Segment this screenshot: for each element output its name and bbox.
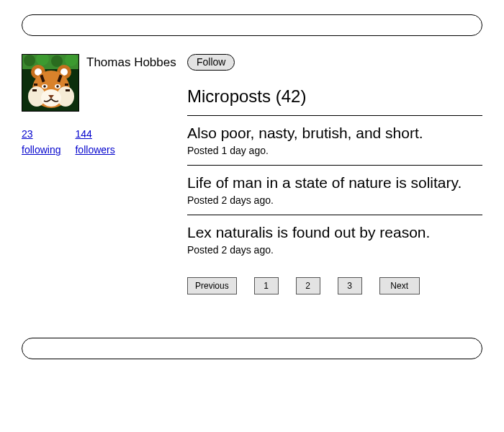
micropost-body: Life of man in a state of nature is soli… (187, 174, 482, 192)
svg-point-23 (56, 85, 59, 88)
following-label: following (22, 142, 60, 158)
microposts-heading: Microposts (42) (187, 86, 482, 107)
bottom-bar (22, 338, 482, 359)
svg-rect-19 (66, 89, 70, 91)
divider (187, 215, 482, 215)
micropost: Also poor, nasty, brutish, and short. Po… (187, 125, 482, 156)
svg-rect-16 (34, 84, 37, 86)
micropost-meta: Posted 2 days ago. (187, 194, 482, 206)
main-content: Follow Microposts (42) Also poor, nasty,… (187, 54, 482, 294)
top-bar (22, 14, 482, 36)
pagination-page-2[interactable]: 2 (296, 277, 320, 294)
micropost-meta: Posted 1 day ago. (187, 145, 482, 156)
svg-point-3 (51, 55, 63, 67)
user-header: Thomas Hobbes (22, 54, 187, 112)
svg-point-1 (24, 55, 35, 66)
following-count: 23 (22, 126, 60, 142)
stat-following[interactable]: 23 following (22, 126, 60, 158)
content-layout: Thomas Hobbes 23 following 144 followers… (22, 54, 482, 294)
user-name: Thomas Hobbes (86, 54, 176, 70)
pagination-next[interactable]: Next (379, 277, 420, 294)
micropost-body: Also poor, nasty, brutish, and short. (187, 125, 482, 142)
stat-followers[interactable]: 144 followers (75, 126, 114, 158)
micropost: Lex naturalis is found out by reason. Po… (187, 224, 482, 256)
svg-rect-18 (32, 89, 37, 91)
divider (187, 115, 482, 116)
avatar (22, 54, 79, 112)
pagination-page-1[interactable]: 1 (254, 277, 279, 294)
divider (187, 165, 482, 166)
svg-point-22 (43, 85, 46, 88)
micropost-body: Lex naturalis is found out by reason. (187, 224, 482, 241)
micropost: Life of man in a state of nature is soli… (187, 174, 482, 206)
pagination-previous[interactable]: Previous (187, 277, 237, 294)
followers-count: 144 (75, 126, 114, 142)
pagination: Previous 1 2 3 Next (187, 277, 482, 294)
micropost-meta: Posted 2 days ago. (187, 244, 482, 256)
pagination-page-3[interactable]: 3 (338, 277, 362, 294)
followers-label: followers (75, 142, 114, 158)
svg-rect-17 (65, 84, 68, 86)
follow-button[interactable]: Follow (187, 54, 235, 71)
sidebar: Thomas Hobbes 23 following 144 followers (22, 54, 187, 294)
stats: 23 following 144 followers (22, 126, 187, 158)
